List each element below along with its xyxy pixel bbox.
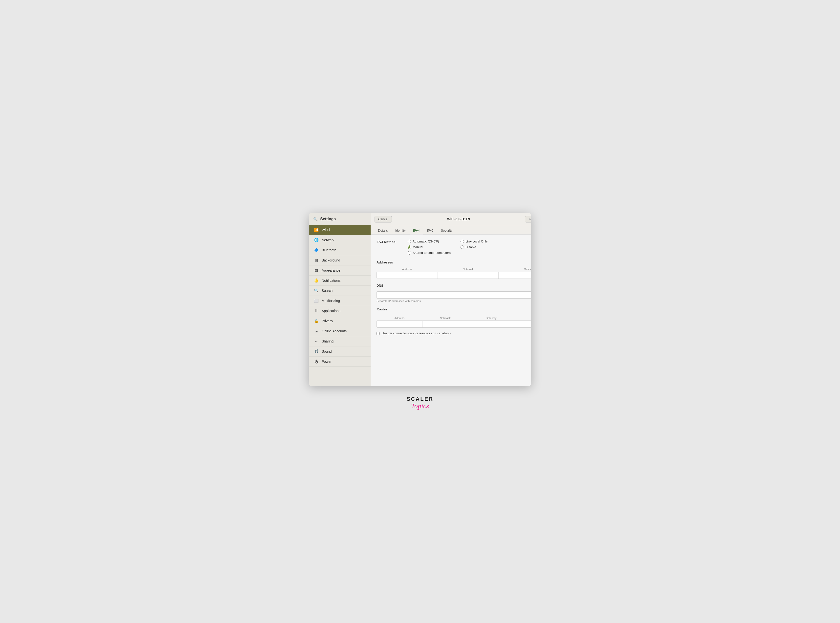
routes-header-address: Address — [377, 316, 423, 320]
cancel-button[interactable]: Cancel — [375, 216, 392, 222]
sidebar-item-label: Sound — [322, 350, 332, 353]
dns-section: DNS Automatic Separate IP addresses with… — [377, 284, 531, 302]
tab-identity[interactable]: Identity — [392, 227, 409, 234]
addr-header-gateway: Gateway — [499, 267, 531, 271]
sidebar-item-label: Privacy — [322, 319, 333, 323]
main-panel: Cancel WiFi-5.0-D1F9 Apply ⋮ — □ × Detai… — [371, 213, 531, 386]
sidebar-item-bluetooth[interactable]: 🔷 Bluetooth — [309, 245, 371, 255]
appearance-icon: 🖼 — [314, 268, 319, 273]
sidebar-item-background[interactable]: 🖥 Background — [309, 255, 371, 265]
search-icon: 🔍 — [313, 216, 318, 221]
sharing-icon: ↔ — [314, 339, 319, 344]
background-icon: 🖥 — [314, 258, 319, 263]
dns-input[interactable] — [377, 292, 531, 299]
addresses-section: Addresses Address Netmask Gateway 🗑 — [377, 261, 531, 279]
addr-header-netmask: Netmask — [437, 267, 498, 271]
sidebar-item-sound[interactable]: 🎵 Sound — [309, 347, 371, 356]
address-input[interactable] — [377, 272, 438, 279]
sound-icon: 🎵 — [314, 349, 319, 354]
radio-manual-label: Manual — [412, 245, 423, 249]
dns-hint: Separate IP addresses with commas — [377, 299, 531, 302]
sidebar-item-network[interactable]: 🌐 Network — [309, 235, 371, 245]
dns-title: DNS — [377, 284, 383, 287]
tab-security[interactable]: Security — [437, 227, 456, 234]
ipv4-content: IPv4 Method Automatic (DHCP) Manual Shar… — [371, 235, 531, 386]
sidebar-item-label: Network — [322, 238, 334, 242]
routes-section: Routes Automatic Address Netmask Gateway… — [377, 307, 531, 335]
sidebar-item-power[interactable]: ⏻ Power — [309, 356, 371, 367]
routes-headers: Address Netmask Gateway Metric — [377, 316, 531, 321]
sidebar-item-online-accounts[interactable]: ☁ Online Accounts — [309, 326, 371, 336]
sidebar-item-label: Background — [322, 258, 340, 262]
radio-link-local[interactable]: Link-Local Only — [460, 239, 488, 243]
sidebar-item-label: Search — [322, 288, 332, 293]
gateway-input[interactable] — [498, 272, 531, 279]
routes-netmask-input[interactable] — [423, 321, 468, 327]
routes-header-metric: Metric — [514, 316, 531, 320]
ipv4-method-label: IPv4 Method — [377, 239, 404, 244]
only-local-checkbox[interactable] — [377, 332, 380, 335]
watermark-topics: Topics — [407, 402, 433, 410]
dialog-header: Cancel WiFi-5.0-D1F9 Apply ⋮ — □ × — [371, 213, 531, 225]
dialog-title: WiFi-5.0-D1F9 — [394, 217, 523, 221]
only-local-resources-row[interactable]: Use this connection only for resources o… — [377, 331, 531, 335]
radio-manual-input[interactable] — [408, 246, 411, 249]
watermark: SCALER Topics — [407, 396, 433, 410]
tab-details[interactable]: Details — [375, 227, 391, 234]
sidebar-item-label: Bluetooth — [322, 248, 336, 252]
sidebar-title: Settings — [320, 217, 336, 221]
sidebar-item-label: Applications — [322, 309, 340, 313]
dns-header-row: DNS Automatic — [377, 284, 531, 290]
power-icon: ⏻ — [314, 359, 319, 364]
sidebar-item-label: Appearance — [322, 269, 340, 272]
sidebar-item-applications[interactable]: ⠿ Applications — [309, 306, 371, 316]
notifications-icon: 🔔 — [314, 278, 319, 283]
bluetooth-icon: 🔷 — [314, 248, 319, 253]
radio-disable-input[interactable] — [460, 246, 464, 249]
radio-manual[interactable]: Manual — [408, 245, 451, 249]
routes-metric-input[interactable] — [514, 321, 531, 327]
sidebar-header: 🔍 Settings — [309, 213, 371, 225]
sidebar-item-notifications[interactable]: 🔔 Notifications — [309, 276, 371, 286]
radio-link-local-label: Link-Local Only — [465, 239, 488, 243]
sidebar-item-search[interactable]: 🔍 Search — [309, 286, 371, 296]
sidebar-item-label: Sharing — [322, 339, 334, 343]
ipv4-methods-right: Link-Local Only Disable — [460, 239, 488, 249]
tab-ipv6[interactable]: IPv6 — [423, 227, 437, 234]
addresses-title: Addresses — [377, 261, 531, 264]
tabs-bar: Details Identity IPv4 IPv6 Security — [371, 225, 531, 235]
radio-shared-input[interactable] — [408, 251, 411, 255]
sidebar-item-label: Power — [322, 359, 332, 364]
radio-auto-label: Automatic (DHCP) — [412, 239, 439, 243]
online-accounts-icon: ☁ — [314, 329, 319, 334]
routes-address-input[interactable] — [377, 321, 423, 327]
netmask-input[interactable] — [438, 272, 499, 279]
wifi-icon: 📶 — [314, 227, 319, 232]
sidebar-item-label: Multitasking — [322, 299, 340, 303]
sidebar-item-label: Wi-Fi — [322, 228, 330, 232]
sidebar-item-appearance[interactable]: 🖼 Appearance — [309, 265, 371, 276]
routes-header-gateway: Gateway — [468, 316, 514, 320]
applications-icon: ⠿ — [314, 308, 319, 313]
addresses-input-row: 🗑 — [377, 272, 531, 279]
only-local-label: Use this connection only for resources o… — [382, 331, 451, 335]
radio-auto[interactable]: Automatic (DHCP) — [408, 239, 451, 243]
routes-gateway-input[interactable] — [468, 321, 514, 327]
radio-link-local-input[interactable] — [460, 240, 464, 243]
network-icon: 🌐 — [314, 238, 319, 242]
multitasking-icon: ⬜ — [314, 298, 319, 303]
radio-auto-input[interactable] — [408, 240, 411, 243]
tab-ipv4[interactable]: IPv4 — [410, 227, 423, 234]
routes-title: Routes — [377, 307, 388, 311]
addr-header-address: Address — [377, 267, 437, 271]
sidebar-item-wifi[interactable]: 📶 Wi-Fi — [309, 225, 371, 235]
sidebar-item-multitasking[interactable]: ⬜ Multitasking — [309, 296, 371, 306]
radio-disable[interactable]: Disable — [460, 245, 488, 249]
apply-button[interactable]: Apply — [525, 216, 531, 222]
addresses-headers: Address Netmask Gateway — [377, 267, 531, 272]
watermark-scaler: SCALER — [407, 396, 433, 402]
radio-shared[interactable]: Shared to other computers — [408, 251, 451, 255]
sidebar-item-sharing[interactable]: ↔ Sharing — [309, 336, 371, 347]
sidebar-item-privacy[interactable]: 🔒 Privacy — [309, 316, 371, 326]
sidebar-items-list: 📶 Wi-Fi 🌐 Network 🔷 Bluetooth 🖥 Backgrou… — [309, 225, 371, 386]
